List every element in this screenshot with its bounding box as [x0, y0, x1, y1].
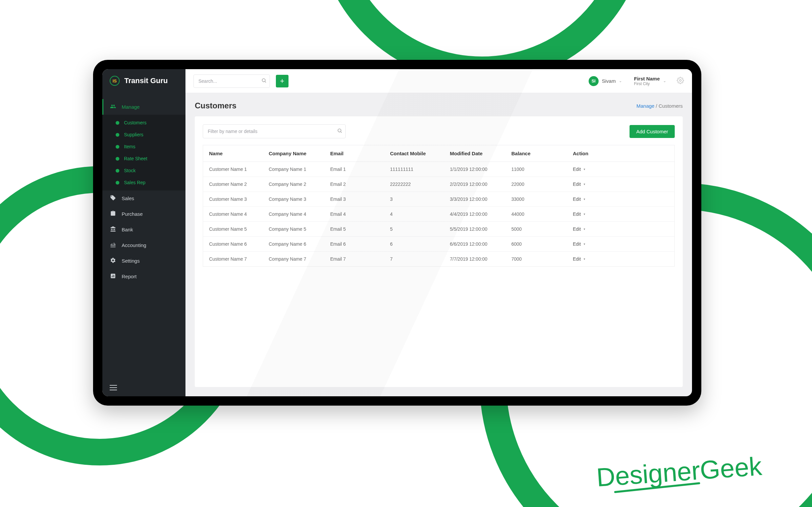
table-cell: Company Name 7 — [263, 252, 325, 267]
logo-icon: IS — [110, 76, 120, 86]
card-toolbar: Add Customer — [203, 124, 675, 138]
table-cell: Customer Name 2 — [203, 177, 263, 192]
col-mobile: Contact Mobile — [384, 145, 444, 162]
svg-point-2 — [679, 79, 681, 81]
sidebar-item-label: Report — [122, 274, 136, 279]
table-cell: Company Name 4 — [263, 207, 325, 222]
avatar: SI — [589, 76, 599, 86]
gear-icon[interactable] — [677, 77, 684, 86]
edit-action[interactable]: Edit ▾ — [573, 212, 585, 217]
search-input[interactable] — [193, 74, 270, 88]
table-cell: Customer Name 4 — [203, 207, 263, 222]
sidebar-item-suppliers[interactable]: Suppliers — [102, 129, 185, 140]
signature: DesignerGeek — [596, 451, 763, 493]
chevron-down-icon: ▾ — [584, 257, 585, 261]
col-company: Company Name — [263, 145, 325, 162]
bank-icon — [110, 226, 116, 233]
sidebar-item-accounting[interactable]: Accounting — [102, 237, 185, 253]
table-cell: 6000 — [506, 237, 567, 252]
sidebar-item-label: Settings — [122, 258, 139, 264]
col-balance: Balance — [506, 145, 567, 162]
table-cell: 6/6/2019 12:00:00 — [444, 237, 506, 252]
table-row[interactable]: Customer Name 5Company Name 5Email 555/5… — [203, 222, 675, 237]
brand-logo[interactable]: IS Transit Guru — [102, 69, 185, 93]
chevron-down-icon: ▾ — [584, 227, 585, 231]
sidebar-item-label: Suppliers — [124, 132, 143, 137]
table-cell: 44000 — [506, 207, 567, 222]
sidebar-item-items[interactable]: Items — [102, 140, 185, 153]
chevron-down-icon: ▾ — [584, 213, 585, 216]
svg-point-3 — [338, 129, 341, 132]
search-wrap — [193, 74, 270, 88]
sidebar-item-label: Bank — [122, 227, 133, 232]
svg-point-0 — [262, 78, 265, 81]
sidebar-item-settings[interactable]: Settings — [102, 253, 185, 269]
filter-input[interactable] — [203, 124, 346, 138]
table-cell: Email 5 — [325, 222, 384, 237]
add-button[interactable]: + — [276, 75, 289, 88]
table-cell: Email 2 — [325, 177, 384, 192]
table-cell: Company Name 2 — [263, 177, 325, 192]
page-header: Customers Manage / Customers — [185, 93, 692, 116]
menu-toggle-icon[interactable] — [110, 385, 117, 390]
svg-line-1 — [265, 81, 266, 82]
edit-action[interactable]: Edit ▾ — [573, 167, 585, 172]
sidebar-item-label: Sales Rep — [124, 180, 146, 185]
table-cell: 2/2/2019 12:00:00 — [444, 177, 506, 192]
sidebar-item-bank[interactable]: Bank — [102, 222, 185, 237]
table-cell: Company Name 5 — [263, 222, 325, 237]
sidebar-item-rate-sheet[interactable]: Rate Sheet — [102, 153, 185, 165]
tablet-frame: IS Transit Guru Manage Customers — [93, 60, 701, 406]
table-row[interactable]: Customer Name 4Company Name 4Email 444/4… — [203, 207, 675, 222]
table-cell: 22000 — [506, 177, 567, 192]
table-cell: 4 — [384, 207, 444, 222]
topbar: + SI Sivam ⌄ First Name First City ⌄ — [185, 69, 692, 93]
table-cell: 3 — [384, 192, 444, 207]
bullet-icon — [116, 181, 119, 184]
bullet-icon — [116, 121, 119, 125]
tag-icon — [110, 195, 116, 202]
sidebar-item-manage[interactable]: Manage — [102, 99, 185, 115]
table-cell: Email 1 — [325, 162, 384, 177]
edit-action[interactable]: Edit ▾ — [573, 181, 585, 187]
table-cell: 4/4/2019 12:00:00 — [444, 207, 506, 222]
col-action: Action — [567, 145, 675, 162]
table-row[interactable]: Customer Name 6Company Name 6Email 666/6… — [203, 237, 675, 252]
user-name: Sivam — [602, 78, 616, 84]
table-row[interactable]: Customer Name 1Company Name 1Email 11111… — [203, 162, 675, 177]
table-row[interactable]: Customer Name 7Company Name 7Email 777/7… — [203, 252, 675, 267]
sidebar-item-purchase[interactable]: Purchase — [102, 206, 185, 222]
table-cell: 6 — [384, 237, 444, 252]
breadcrumb-root[interactable]: Manage — [637, 103, 654, 109]
edit-action[interactable]: Edit ▾ — [573, 256, 585, 262]
company-name: First Name — [634, 76, 660, 81]
chevron-down-icon: ▾ — [584, 242, 585, 246]
table-cell: 7 — [384, 252, 444, 267]
gear-icon — [110, 257, 116, 264]
edit-action[interactable]: Edit ▾ — [573, 196, 585, 202]
sidebar-item-report[interactable]: Report — [102, 269, 185, 284]
sidebar-item-stock[interactable]: Stock — [102, 165, 185, 176]
chevron-down-icon: ▾ — [584, 168, 585, 171]
report-icon — [110, 273, 116, 280]
sidebar-item-label: Accounting — [122, 242, 146, 248]
table-cell: Company Name 3 — [263, 192, 325, 207]
table-cell: Customer Name 3 — [203, 192, 263, 207]
user-menu[interactable]: SI Sivam ⌄ — [589, 76, 622, 86]
chart-icon — [110, 242, 116, 249]
search-icon — [337, 128, 342, 135]
add-customer-button[interactable]: Add Customer — [630, 125, 675, 138]
bullet-icon — [116, 133, 119, 136]
sidebar-item-sales-rep[interactable]: Sales Rep — [102, 176, 185, 188]
edit-action[interactable]: Edit ▾ — [573, 226, 585, 232]
action-cell: Edit ▾ — [567, 237, 675, 252]
plus-icon: + — [280, 77, 285, 86]
breadcrumb-current: Customers — [658, 103, 683, 109]
table-cell: 1/1/2019 12:00:00 — [444, 162, 506, 177]
company-selector[interactable]: First Name First City ⌄ — [634, 76, 666, 86]
sidebar-item-sales[interactable]: Sales — [102, 190, 185, 206]
table-row[interactable]: Customer Name 3Company Name 3Email 333/3… — [203, 192, 675, 207]
edit-action[interactable]: Edit ▾ — [573, 241, 585, 247]
sidebar-item-customers[interactable]: Customers — [102, 117, 185, 129]
table-row[interactable]: Customer Name 2Company Name 2Email 22222… — [203, 177, 675, 192]
